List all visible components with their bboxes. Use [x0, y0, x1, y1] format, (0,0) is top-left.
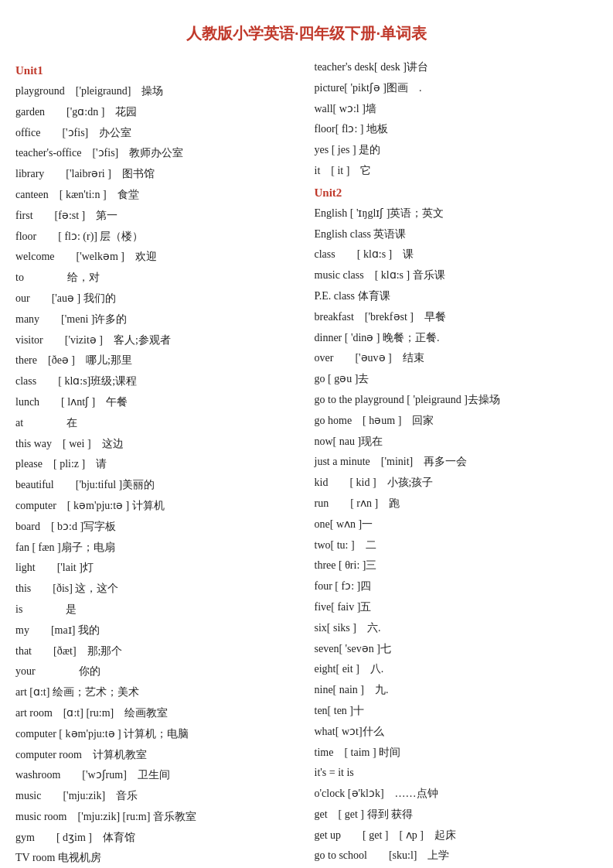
- word-entry: go to school [sku:l] 上学: [315, 846, 598, 865]
- word-entry: fan [ fæn ]扇子；电扇: [15, 538, 299, 557]
- word-entry: go to the playground [ 'pleigraund ]去操场: [315, 391, 598, 409]
- word-entry: o'clock [ə'klɔk] ……点钟: [315, 784, 598, 803]
- word-entry: office ['ɔfis] 办公室: [15, 124, 299, 142]
- word-entry: it [ it ] 它: [315, 162, 598, 180]
- word-entry: your 你的: [15, 662, 299, 681]
- word-entry: that [ðæt] 那;那个: [15, 642, 299, 661]
- col1-entries: playground ['pleigraund] 操场garden ['gɑ:d…: [15, 82, 299, 868]
- word-entry: just a minute ['minit] 再多一会: [315, 453, 598, 471]
- word-entry: our ['auə ] 我们的: [15, 289, 299, 308]
- word-entry: is 是: [15, 600, 299, 619]
- word-entry: computer room 计算机教室: [15, 746, 299, 764]
- word-entry: music class [ klɑ:s ] 音乐课: [315, 266, 598, 285]
- word-entry: four [ fɔ: ]四: [315, 577, 598, 596]
- word-entry: this way [ wei ] 这边: [15, 435, 299, 453]
- word-entry: dinner [ 'dinə ] 晚餐；正餐.: [315, 329, 598, 347]
- word-entry: floor [ flɔ: (r)] 层（楼）: [15, 227, 299, 246]
- word-entry: playground ['pleigraund] 操场: [15, 82, 299, 101]
- word-entry: visitor ['vizitə ] 客人;参观者: [15, 331, 299, 350]
- word-entry: what[ wɔt]什么: [315, 723, 598, 741]
- page-title: 人教版小学英语·四年级下册·单词表: [15, 23, 598, 44]
- word-entry: many ['meni ]许多的: [15, 310, 299, 329]
- word-entry: yes [ jes ] 是的: [315, 141, 598, 159]
- word-entry: welcome ['welkəm ] 欢迎: [15, 248, 299, 266]
- word-entry: to 给，对: [15, 268, 299, 287]
- word-entry: six[ siks ] 六.: [315, 619, 598, 637]
- word-entry: run [ rʌn ] 跑: [315, 494, 598, 513]
- word-entry: kid [ kid ] 小孩;孩子: [315, 473, 598, 492]
- word-entry: breakfast ['brekfəst ] 早餐: [315, 308, 598, 326]
- word-entry: art [ɑ:t] 绘画；艺术；美术: [15, 683, 299, 702]
- word-entry: wall[ wɔ:l ]墙: [315, 100, 598, 118]
- word-entry: seven[ 'sevən ]七: [315, 640, 598, 658]
- word-entry: five[ faiv ]五: [315, 598, 598, 617]
- word-entry: over ['əuvə ] 结束: [315, 349, 598, 367]
- word-entry: time [ taim ] 时间: [315, 743, 598, 762]
- column-right: teacher's desk[ desk ]讲台picture[ 'piktʃə…: [315, 58, 598, 868]
- word-entry: picture[ 'piktʃə ]图画 .: [315, 79, 598, 97]
- word-entry: teacher's desk[ desk ]讲台: [315, 58, 598, 77]
- word-entry: go home [ həum ] 回家: [315, 412, 598, 430]
- word-entry: go [ gəu ]去: [315, 370, 598, 388]
- word-entry: class [ klɑ:s ] 课: [315, 245, 598, 264]
- word-entry: there [ðeə ] 哪儿;那里: [15, 351, 299, 370]
- word-entry: nine[ nain ] 九.: [315, 681, 598, 699]
- word-entry: one[ wʌn ]一: [315, 515, 598, 534]
- word-entry: beautiful ['bju:tiful ]美丽的: [15, 476, 299, 494]
- col2-unit2-entries: English [ 'ɪŋglɪʃ ]英语；英文English class 英语…: [315, 204, 598, 868]
- word-entry: it's = it is: [315, 764, 598, 782]
- word-entry: two[ tu: ] 二: [315, 536, 598, 555]
- word-entry: three [ θri: ]三: [315, 556, 598, 575]
- word-entry: eight[ eit ] 八.: [315, 660, 598, 678]
- word-entry: music room ['mju:zik] [ru:m] 音乐教室: [15, 808, 299, 826]
- word-entry: washroom ['wɔʃrum] 卫生间: [15, 766, 299, 784]
- unit1-title: Unit1: [15, 64, 299, 77]
- word-entry: please [ pli:z ] 请: [15, 455, 299, 473]
- col2-top-entries: teacher's desk[ desk ]讲台picture[ 'piktʃə…: [315, 58, 598, 180]
- word-entry: music ['mju:zik] 音乐: [15, 787, 299, 805]
- word-entry: my [maɪ] 我的: [15, 621, 299, 640]
- word-entry: ten[ ten ]十: [315, 702, 598, 720]
- word-entry: lunch [ lʌntʃ ] 午餐: [15, 393, 299, 412]
- word-entry: teacher's-office ['ɔfis] 教师办公室: [15, 144, 299, 162]
- unit2-title: Unit2: [315, 186, 598, 200]
- word-entry: now[ nau ]现在: [315, 432, 598, 451]
- word-entry: class [ klɑ:s]班级;课程: [15, 372, 299, 391]
- word-entry: English [ 'ɪŋglɪʃ ]英语；英文: [315, 204, 598, 223]
- word-entry: light ['lait ]灯: [15, 559, 299, 577]
- word-entry: get up [ get ] [ ʌp ] 起床: [315, 826, 598, 845]
- word-entry: TV room 电视机房: [15, 849, 299, 867]
- word-entry: gym [ dʒim ] 体育馆: [15, 829, 299, 847]
- word-entry: floor[ flɔ: ] 地板: [315, 120, 598, 138]
- column-left: Unit1 playground ['pleigraund] 操场garden …: [15, 58, 299, 868]
- word-entry: English class 英语课: [315, 225, 598, 244]
- word-entry: garden ['gɑ:dn ] 花园: [15, 103, 299, 121]
- word-entry: computer [ kəm'pju:tə ] 计算机: [15, 497, 299, 515]
- word-entry: get [ get ] 得到 获得: [315, 805, 598, 824]
- word-entry: art room [ɑ:t] [ru:m] 绘画教室: [15, 704, 299, 723]
- word-entry: this [ðis] 这，这个: [15, 579, 299, 598]
- word-entry: at 在: [15, 414, 299, 432]
- word-entry: computer [ kəm'pju:tə ] 计算机；电脑: [15, 725, 299, 743]
- word-entry: first [fə:st ] 第一: [15, 207, 299, 225]
- word-entry: P.E. class 体育课: [315, 287, 598, 306]
- word-entry: library ['laibrəri ] 图书馆: [15, 165, 299, 183]
- word-entry: canteen [ kæn'ti:n ] 食堂: [15, 186, 299, 204]
- word-entry: board [ bɔ:d ]写字板: [15, 518, 299, 536]
